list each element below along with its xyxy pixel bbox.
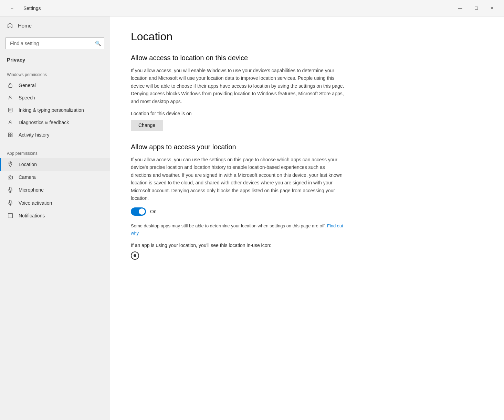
sidebar-inking-label: Inking & typing personalization xyxy=(19,107,84,113)
section2-text: If you allow access, you can use the set… xyxy=(131,156,344,202)
restore-button[interactable]: ☐ xyxy=(468,0,484,17)
titlebar: ← Settings — ☐ ✕ xyxy=(0,0,504,17)
minimize-button[interactable]: — xyxy=(452,0,468,17)
info-text-before-link: Some desktop apps may still be able to d… xyxy=(131,223,327,228)
change-button[interactable]: Change xyxy=(131,120,163,131)
location-toggle-row: On xyxy=(131,207,483,216)
svg-point-13 xyxy=(10,177,11,179)
location-in-use-icon xyxy=(131,251,139,260)
search-icon: 🔍 xyxy=(95,41,101,46)
sidebar-location-label: Location xyxy=(19,162,37,167)
sidebar-item-camera[interactable]: Camera xyxy=(0,171,110,183)
svg-rect-14 xyxy=(9,187,11,190)
sidebar-privacy-label: Privacy xyxy=(0,55,110,68)
svg-rect-0 xyxy=(9,85,12,87)
sidebar: Home 🔍 Privacy Windows permissions Gener… xyxy=(0,17,110,420)
sidebar-search-container: 🔍 xyxy=(6,37,104,49)
app-body: Home 🔍 Privacy Windows permissions Gener… xyxy=(0,17,504,420)
sidebar-item-microphone[interactable]: Microphone xyxy=(0,183,110,196)
back-button[interactable]: ← xyxy=(4,0,20,17)
inking-icon xyxy=(7,107,14,113)
content-area: Location Allow access to location on thi… xyxy=(110,17,504,420)
toggle-knob xyxy=(139,208,145,215)
toggle-label: On xyxy=(150,209,157,214)
sidebar-camera-label: Camera xyxy=(19,174,36,180)
section1-text: If you allow access, you will enable Win… xyxy=(131,67,344,105)
sidebar-speech-label: Speech xyxy=(19,95,35,100)
home-icon xyxy=(7,22,13,29)
lock-icon xyxy=(7,83,14,88)
sidebar-item-home[interactable]: Home xyxy=(0,17,110,35)
sidebar-general-label: General xyxy=(19,83,36,88)
sidebar-item-diagnostics[interactable]: Diagnostics & feedback xyxy=(0,116,110,129)
svg-rect-8 xyxy=(11,133,12,134)
svg-point-11 xyxy=(10,163,11,164)
microphone-icon xyxy=(7,187,14,193)
sidebar-item-general[interactable]: General xyxy=(0,79,110,91)
sidebar-item-voice[interactable]: Voice activation xyxy=(0,196,110,209)
sidebar-app-permissions-label: App permissions xyxy=(0,147,110,158)
notifications-icon xyxy=(7,213,14,218)
sidebar-item-speech[interactable]: Speech xyxy=(0,91,110,104)
sidebar-divider xyxy=(7,144,103,144)
sidebar-activity-label: Activity history xyxy=(19,132,49,138)
page-title: Location xyxy=(131,30,483,43)
close-button[interactable]: ✕ xyxy=(484,0,500,17)
in-use-text: If an app is using your location, you'll… xyxy=(131,243,483,248)
sidebar-item-inking[interactable]: Inking & typing personalization xyxy=(0,104,110,116)
svg-rect-9 xyxy=(8,135,10,137)
section2-title: Allow apps to access your location xyxy=(131,143,483,151)
svg-rect-17 xyxy=(9,200,11,203)
location-icon xyxy=(7,161,14,168)
sidebar-voice-label: Voice activation xyxy=(19,200,52,206)
home-label: Home xyxy=(18,23,32,29)
activity-icon xyxy=(7,132,14,138)
sidebar-item-activity[interactable]: Activity history xyxy=(0,129,110,141)
svg-rect-19 xyxy=(8,214,13,218)
svg-rect-10 xyxy=(11,135,12,137)
device-status: Location for this device is on xyxy=(131,111,483,116)
sidebar-notifications-label: Notifications xyxy=(19,213,45,218)
section1-title: Allow access to location on this device xyxy=(131,54,483,62)
camera-icon xyxy=(7,174,14,180)
speech-icon xyxy=(7,95,14,100)
search-input[interactable] xyxy=(6,37,104,49)
svg-point-1 xyxy=(10,96,11,98)
titlebar-left: ← Settings xyxy=(4,0,41,17)
window-controls: — ☐ ✕ xyxy=(452,0,500,17)
app-title: Settings xyxy=(23,6,41,11)
sidebar-windows-permissions-label: Windows permissions xyxy=(0,68,110,79)
location-icon-dot xyxy=(134,254,136,257)
info-text: Some desktop apps may still be able to d… xyxy=(131,223,344,237)
location-toggle[interactable] xyxy=(131,207,146,216)
voice-icon xyxy=(7,200,14,206)
sidebar-microphone-label: Microphone xyxy=(19,187,44,193)
svg-point-6 xyxy=(10,121,11,122)
svg-rect-7 xyxy=(8,133,10,134)
sidebar-item-location[interactable]: Location xyxy=(0,158,110,171)
sidebar-diagnostics-label: Diagnostics & feedback xyxy=(19,120,69,125)
sidebar-item-notifications[interactable]: Notifications xyxy=(0,209,110,222)
diagnostics-icon xyxy=(7,120,14,125)
